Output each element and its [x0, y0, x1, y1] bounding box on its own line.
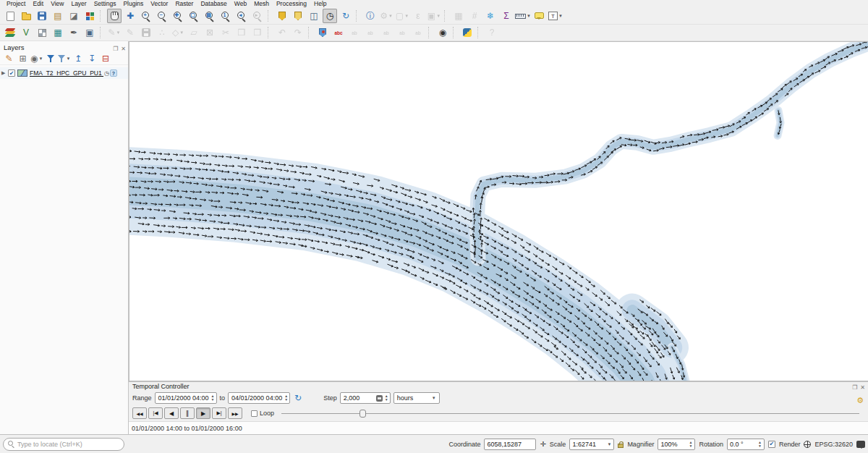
menu-mesh[interactable]: Mesh: [250, 0, 273, 8]
new-map-view-button[interactable]: ◫: [307, 9, 321, 23]
zoom-full-button[interactable]: ✚: [171, 9, 185, 23]
pan-to-selection-button[interactable]: ✚: [123, 9, 137, 23]
menu-layer[interactable]: Layer: [67, 0, 90, 8]
show-hide-labels-button[interactable]: ab: [363, 25, 378, 40]
chevron-down-icon[interactable]: ▼: [38, 56, 43, 61]
save-project-button[interactable]: [35, 9, 49, 23]
range-end-spinner[interactable]: ▲▼: [284, 394, 288, 402]
rotation-spinner[interactable]: ▲▼: [758, 441, 762, 448]
save-layer-edits-button[interactable]: [139, 25, 153, 40]
new-project-button[interactable]: [3, 9, 17, 23]
data-source-manager-button[interactable]: [3, 25, 17, 40]
chevron-down-icon[interactable]: ▼: [558, 14, 563, 18]
range-start-spinner[interactable]: ▲▼: [211, 394, 215, 402]
chevron-down-icon[interactable]: ▼: [404, 14, 409, 18]
loop-checkbox[interactable]: [251, 410, 258, 417]
show-bookmarks-button[interactable]: [291, 9, 305, 23]
change-label-button[interactable]: ab: [411, 25, 425, 40]
zoom-last-button[interactable]: ◂: [234, 9, 249, 23]
set-to-full-range-icon[interactable]: ↻: [294, 394, 302, 402]
run-feature-action-button[interactable]: ⚙▼: [379, 9, 393, 23]
measure-button[interactable]: ▼: [515, 9, 531, 23]
pause-button[interactable]: ∥: [180, 407, 195, 419]
menu-database[interactable]: Database: [197, 0, 230, 8]
remove-layer-icon[interactable]: ⊟: [99, 53, 111, 64]
refresh-map-button[interactable]: ↻: [339, 9, 353, 23]
menu-settings[interactable]: Settings: [90, 0, 120, 8]
open-attribute-table-button[interactable]: ▦: [451, 9, 466, 23]
add-raster-layer-button[interactable]: [35, 25, 49, 40]
add-mesh-layer-button[interactable]: ▦: [51, 25, 65, 40]
range-start-input[interactable]: 01/01/2000 04:00 ▲▼: [155, 392, 217, 404]
map-canvas[interactable]: [129, 41, 868, 381]
zoom-to-layer-button[interactable]: ▤: [203, 9, 217, 23]
menu-edit[interactable]: Edit: [29, 0, 47, 8]
cut-features-button[interactable]: ✂: [218, 25, 233, 40]
modify-attributes-button[interactable]: ▱: [187, 25, 201, 40]
chevron-down-icon[interactable]: ▼: [527, 14, 531, 18]
render-checkbox[interactable]: ✔: [768, 441, 775, 448]
close-panel-icon[interactable]: ✕: [860, 384, 865, 391]
lock-scale-icon[interactable]: [618, 444, 624, 448]
locator-search-input[interactable]: Type to locate (Ctrl+K): [3, 438, 124, 451]
close-panel-icon[interactable]: ✕: [121, 46, 126, 52]
copy-features-button[interactable]: ❐: [234, 25, 249, 40]
undock-panel-icon[interactable]: ❐: [852, 384, 857, 391]
temporal-controller-button[interactable]: ◷: [323, 9, 337, 23]
open-project-button[interactable]: [19, 9, 33, 23]
new-print-layout-button[interactable]: ▤: [51, 9, 65, 23]
add-vector-layer-button[interactable]: V: [19, 25, 33, 40]
scale-select[interactable]: 1:62741 ▼: [569, 439, 614, 450]
menu-plugins[interactable]: Plugins: [119, 0, 147, 8]
menu-processing[interactable]: Processing: [273, 0, 310, 8]
toggle-editing-button[interactable]: ✎: [123, 25, 137, 40]
new-bookmark-button[interactable]: [275, 9, 289, 23]
style-manager-button[interactable]: [82, 9, 97, 23]
step-spinner[interactable]: ▲▼: [385, 394, 388, 402]
menu-view[interactable]: View: [47, 0, 67, 8]
play-button[interactable]: ▶: [196, 407, 210, 419]
magnifier-spinner[interactable]: ▲▼: [689, 441, 692, 448]
redo-button[interactable]: ↷: [291, 25, 305, 40]
move-label-button[interactable]: ab: [379, 25, 393, 40]
skip-to-start-button[interactable]: |◀: [148, 407, 163, 419]
filter-by-expression-icon[interactable]: ▼: [58, 53, 70, 64]
rewind-button[interactable]: ◀◀: [132, 407, 147, 419]
chevron-down-icon[interactable]: ▼: [436, 14, 441, 18]
highlight-pinned-labels-button[interactable]: abc: [331, 25, 346, 40]
select-by-expression-button[interactable]: ε: [411, 9, 425, 23]
skip-to-end-button[interactable]: ▶|: [212, 407, 226, 419]
menu-help[interactable]: Help: [310, 0, 330, 8]
chevron-down-icon[interactable]: ▼: [179, 30, 184, 35]
undock-panel-icon[interactable]: ❐: [113, 46, 118, 52]
magnifier-input[interactable]: 100% ▲▼: [658, 439, 695, 450]
help-button[interactable]: ?: [485, 25, 499, 40]
python-console-button[interactable]: [460, 25, 475, 40]
menu-project[interactable]: Project: [3, 0, 29, 8]
pin-labels-button[interactable]: ab: [347, 25, 362, 40]
show-layout-manager-button[interactable]: ◪: [67, 9, 81, 23]
crs-code[interactable]: EPSG:32620: [814, 441, 853, 448]
add-virtual-layer-button[interactable]: ▣: [82, 25, 97, 40]
menu-web[interactable]: Web: [231, 0, 250, 8]
statistical-summary-button[interactable]: Σ: [499, 9, 514, 23]
identify-features-button[interactable]: ⓘ: [363, 9, 378, 23]
paste-features-button[interactable]: ❐: [250, 25, 265, 40]
freeze-canvas-button[interactable]: ❄: [483, 9, 498, 23]
range-end-input[interactable]: 04/01/2000 04:00 ▲▼: [228, 392, 290, 404]
zoom-out-button[interactable]: −: [155, 9, 169, 23]
text-annotation-button[interactable]: T▼: [548, 9, 563, 23]
add-group-icon[interactable]: ⊞: [17, 53, 29, 64]
chevron-down-icon[interactable]: ▼: [116, 30, 121, 35]
messages-icon[interactable]: [856, 441, 865, 448]
zoom-to-selection-button[interactable]: ▢: [187, 9, 201, 23]
step-input[interactable]: 2,000 ▲▼: [340, 392, 391, 404]
step-clear-icon[interactable]: [376, 395, 383, 402]
digitize-button[interactable]: ∴: [155, 25, 169, 40]
deselect-all-button[interactable]: ▣▼: [427, 9, 441, 23]
menu-vector[interactable]: Vector: [147, 0, 171, 8]
layer-name[interactable]: FMA_T2_HPC_GPU_PU1_10: [30, 69, 103, 77]
fast-forward-button[interactable]: ▶▶: [228, 407, 242, 419]
temporal-settings-icon[interactable]: ⚙: [856, 397, 864, 405]
coordinate-input[interactable]: 6058,15287: [484, 439, 536, 450]
